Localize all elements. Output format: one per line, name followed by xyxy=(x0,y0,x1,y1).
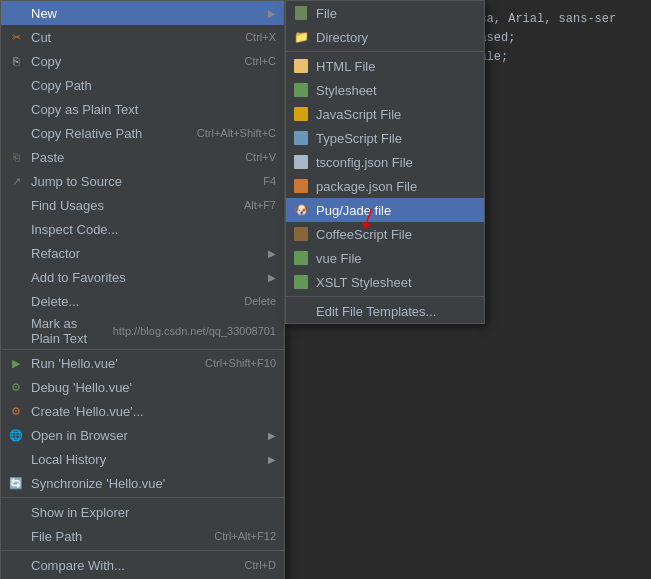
submenu-item-tsconfig[interactable]: tsconfig.json File xyxy=(286,150,484,174)
new-icon xyxy=(7,4,25,22)
js-icon xyxy=(292,105,310,123)
submenu-item-xslt[interactable]: XSLT Stylesheet xyxy=(286,270,484,294)
compare-icon xyxy=(7,556,25,574)
stylesheet-icon xyxy=(292,81,310,99)
copy-path-icon xyxy=(7,76,25,94)
submenu: File 📁 Directory HTML File Stylesheet xyxy=(285,0,485,324)
xslt-icon xyxy=(292,273,310,291)
menu-item-inspect[interactable]: Inspect Code... xyxy=(1,217,284,241)
submenu-item-directory[interactable]: 📁 Directory xyxy=(286,25,484,49)
sync-icon: 🔄 xyxy=(7,474,25,492)
jump-icon: ↗ xyxy=(7,172,25,190)
inspect-icon xyxy=(7,220,25,238)
menu-item-browser[interactable]: 🌐 Open in Browser ▶ xyxy=(1,423,284,447)
history-icon xyxy=(7,450,25,468)
tsconfig-icon xyxy=(292,153,310,171)
templates-icon xyxy=(292,302,310,320)
create-icon: ⚙ xyxy=(7,402,25,420)
submenu-item-vue[interactable]: vue File xyxy=(286,246,484,270)
menu-item-delete[interactable]: Delete... Delete xyxy=(1,289,284,313)
menu-item-copy-plain[interactable]: Copy as Plain Text xyxy=(1,97,284,121)
copy-relative-icon xyxy=(7,124,25,142)
menu-item-copy-relative[interactable]: Copy Relative Path Ctrl+Alt+Shift+C xyxy=(1,121,284,145)
explorer-icon xyxy=(7,503,25,521)
submenu-divider-2 xyxy=(286,296,484,297)
submenu-divider-1 xyxy=(286,51,484,52)
submenu-item-file[interactable]: File xyxy=(286,1,484,25)
menu-item-run[interactable]: ▶ Run 'Hello.vue' Ctrl+Shift+F10 xyxy=(1,351,284,375)
file-icon xyxy=(292,4,310,22)
submenu-item-pug[interactable]: 🐶 Pug/Jade file xyxy=(286,198,484,222)
vue-icon xyxy=(292,249,310,267)
menu-item-copy-path[interactable]: Copy Path xyxy=(1,73,284,97)
menu-item-copy[interactable]: ⎘ Copy Ctrl+C xyxy=(1,49,284,73)
menu-item-jump[interactable]: ↗ Jump to Source F4 xyxy=(1,169,284,193)
submenu-item-ts[interactable]: TypeScript File xyxy=(286,126,484,150)
submenu-item-js[interactable]: JavaScript File xyxy=(286,102,484,126)
ts-icon xyxy=(292,129,310,147)
submenu-item-templates[interactable]: Edit File Templates... xyxy=(286,299,484,323)
menu-item-filepath[interactable]: File Path Ctrl+Alt+F12 xyxy=(1,524,284,548)
submenu-item-html[interactable]: HTML File xyxy=(286,54,484,78)
submenu-item-pkg[interactable]: package.json File xyxy=(286,174,484,198)
debug-icon: ⚙ xyxy=(7,378,25,396)
cut-icon: ✂ xyxy=(7,28,25,46)
run-icon: ▶ xyxy=(7,354,25,372)
menu-item-sync[interactable]: 🔄 Synchronize 'Hello.vue' xyxy=(1,471,284,495)
refactor-icon xyxy=(7,244,25,262)
coffee-icon xyxy=(292,225,310,243)
menu-item-explorer[interactable]: Show in Explorer xyxy=(1,500,284,524)
submenu-item-stylesheet[interactable]: Stylesheet xyxy=(286,78,484,102)
menu-item-favorites[interactable]: Add to Favorites ▶ xyxy=(1,265,284,289)
menu-item-cut[interactable]: ✂ Cut Ctrl+X xyxy=(1,25,284,49)
menu-item-create[interactable]: ⚙ Create 'Hello.vue'... xyxy=(1,399,284,423)
menu-item-find[interactable]: Find Usages Alt+F7 xyxy=(1,193,284,217)
delete-icon xyxy=(7,292,25,310)
favorites-icon xyxy=(7,268,25,286)
directory-icon: 📁 xyxy=(292,28,310,46)
find-icon xyxy=(7,196,25,214)
filepath-icon xyxy=(7,527,25,545)
menu-item-mark-plain[interactable]: Mark as Plain Text http://blog.csdn.net/… xyxy=(1,313,284,350)
menu-item-paste[interactable]: ⎗ Paste Ctrl+V xyxy=(1,145,284,169)
primary-context-menu: New ▶ ✂ Cut Ctrl+X ⎘ Copy Ctrl+C Copy Pa… xyxy=(0,0,285,579)
paste-icon: ⎗ xyxy=(7,148,25,166)
divider-2 xyxy=(1,550,284,551)
divider-1 xyxy=(1,497,284,498)
copy-plain-icon xyxy=(7,100,25,118)
pkg-icon xyxy=(292,177,310,195)
submenu-item-coffee[interactable]: CoffeeScript File xyxy=(286,222,484,246)
menu-item-new[interactable]: New ▶ xyxy=(1,1,284,25)
copy-icon: ⎘ xyxy=(7,52,25,70)
menu-item-history[interactable]: Local History ▶ xyxy=(1,447,284,471)
mark-plain-icon xyxy=(7,322,25,340)
menu-item-refactor[interactable]: Refactor ▶ xyxy=(1,241,284,265)
context-menu-wrapper: New ▶ ✂ Cut Ctrl+X ⎘ Copy Ctrl+C Copy Pa… xyxy=(0,0,490,579)
menu-item-debug[interactable]: ⚙ Debug 'Hello.vue' xyxy=(1,375,284,399)
html-icon xyxy=(292,57,310,75)
browser-icon: 🌐 xyxy=(7,426,25,444)
menu-item-compare[interactable]: Compare With... Ctrl+D xyxy=(1,553,284,577)
pug-icon: 🐶 xyxy=(292,201,310,219)
